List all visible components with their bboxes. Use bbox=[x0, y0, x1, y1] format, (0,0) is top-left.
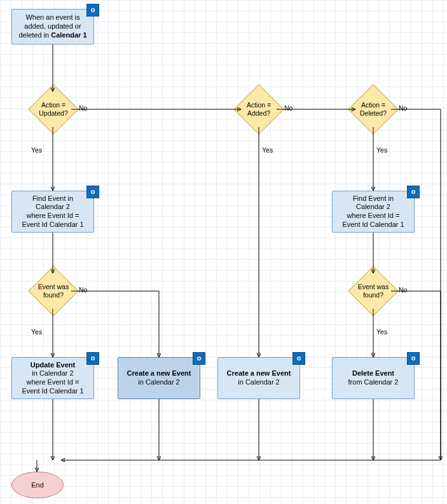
flowchart-arrows bbox=[0, 0, 447, 504]
edge-label-no: No bbox=[284, 104, 292, 112]
edge-label-yes: Yes bbox=[31, 328, 42, 336]
edge-label-no: No bbox=[79, 104, 87, 112]
end-node: End bbox=[11, 472, 64, 498]
edge-label-no: No bbox=[399, 104, 407, 112]
create-event-node-1: Create a new Eventin Calendar 2 o bbox=[118, 357, 200, 399]
edge-label-yes: Yes bbox=[376, 146, 387, 154]
find-event-right: Find Event inCalendar 2where Event Id =E… bbox=[332, 191, 415, 233]
end-node-text: End bbox=[31, 481, 44, 489]
create-event-node-2: Create a new Eventin Calendar 2 o bbox=[217, 357, 300, 399]
update-event-text: Update Eventin Calendar 2where Event Id … bbox=[22, 361, 83, 396]
delete-event-node: Delete Eventfrom Calendar 2 o bbox=[332, 357, 415, 399]
find-event-right-text: Find Event inCalendar 2where Event Id =E… bbox=[342, 194, 404, 229]
decision-found-left: Event wasfound? bbox=[28, 266, 79, 317]
edge-label-no: No bbox=[399, 286, 407, 294]
create-event-2-text: Create a new Eventin Calendar 2 bbox=[227, 369, 291, 387]
outlook-icon: o bbox=[407, 186, 420, 198]
decision-found-right: Event wasfound? bbox=[348, 266, 399, 317]
edge-label-yes: Yes bbox=[376, 328, 387, 336]
decision-found-right-label: Event wasfound? bbox=[354, 283, 392, 299]
edge-label-yes: Yes bbox=[262, 146, 273, 154]
decision-found-left-label: Event wasfound? bbox=[34, 283, 72, 299]
decision-added-label: Action =Added? bbox=[243, 101, 275, 117]
outlook-icon: o bbox=[86, 186, 99, 198]
edge-label-yes: Yes bbox=[31, 146, 42, 154]
decision-deleted-label: Action =Deleted? bbox=[356, 101, 390, 117]
delete-event-text: Delete Eventfrom Calendar 2 bbox=[348, 369, 399, 387]
outlook-icon: o bbox=[292, 352, 305, 365]
decision-added: Action =Added? bbox=[233, 84, 284, 135]
update-event-node: Update Eventin Calendar 2where Event Id … bbox=[11, 357, 94, 399]
outlook-icon: o bbox=[86, 4, 99, 17]
flowchart-canvas: When an event isadded, updated ordeleted… bbox=[0, 0, 447, 504]
outlook-icon: o bbox=[193, 352, 205, 365]
edge-label-no: No bbox=[79, 286, 87, 294]
outlook-icon: o bbox=[407, 352, 420, 365]
find-event-left: Find Event inCalendar 2where Event Id =E… bbox=[11, 191, 94, 233]
decision-updated: Action =Updated? bbox=[28, 84, 79, 135]
start-node-text: When an event isadded, updated ordeleted… bbox=[18, 13, 86, 39]
outlook-icon: o bbox=[86, 352, 99, 365]
find-event-left-text: Find Event inCalendar 2where Event Id =E… bbox=[22, 194, 83, 229]
start-node: When an event isadded, updated ordeleted… bbox=[11, 9, 94, 44]
decision-deleted: Action =Deleted? bbox=[348, 84, 399, 135]
decision-updated-label: Action =Updated? bbox=[35, 101, 72, 117]
create-event-1-text: Create a new Eventin Calendar 2 bbox=[127, 369, 191, 387]
